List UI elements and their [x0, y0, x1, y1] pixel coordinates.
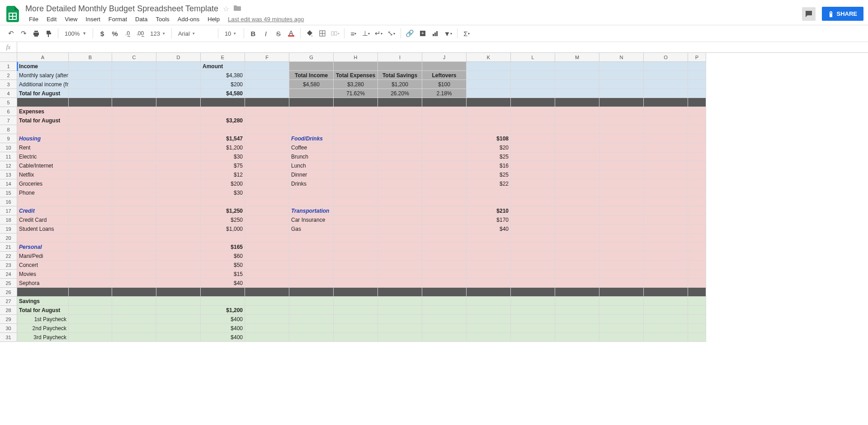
cell-E11[interactable]: $30 — [201, 152, 245, 161]
cell-L18[interactable] — [511, 215, 555, 224]
cell-F9[interactable] — [245, 134, 289, 143]
cell-M8[interactable] — [555, 125, 599, 134]
cell-F20[interactable] — [245, 234, 289, 243]
cell-P4[interactable] — [688, 89, 706, 98]
cell-K15[interactable] — [467, 188, 511, 197]
row-header-18[interactable]: 18 — [0, 215, 17, 224]
cell-H23[interactable] — [334, 261, 378, 270]
cell-B12[interactable] — [69, 161, 112, 170]
cell-J15[interactable] — [422, 188, 467, 197]
cell-A5[interactable] — [17, 98, 69, 107]
cell-F6[interactable] — [245, 107, 289, 116]
menu-format[interactable]: Format — [105, 14, 131, 24]
cell-O28[interactable] — [644, 306, 688, 315]
cell-F8[interactable] — [245, 125, 289, 134]
row-header-13[interactable]: 13 — [0, 170, 17, 179]
cell-H13[interactable] — [334, 170, 378, 179]
cell-G14[interactable]: Drinks — [289, 179, 334, 188]
cell-G28[interactable] — [289, 306, 334, 315]
row-header-30[interactable]: 30 — [0, 324, 17, 333]
cell-O8[interactable] — [644, 125, 688, 134]
last-edit-link[interactable]: Last edit was 49 minutes ago — [228, 16, 304, 23]
cell-E18[interactable]: $250 — [201, 215, 245, 224]
cell-H1[interactable] — [334, 62, 378, 71]
cell-D23[interactable] — [156, 261, 201, 270]
cell-A19[interactable]: Student Loans — [17, 224, 69, 234]
cell-B25[interactable] — [69, 279, 112, 288]
cell-B29[interactable] — [69, 315, 112, 324]
decrease-decimal-button[interactable]: .0̲ — [121, 27, 134, 40]
cell-D3[interactable] — [156, 80, 201, 89]
cell-D24[interactable] — [156, 270, 201, 279]
strikethrough-button[interactable]: S — [272, 27, 285, 40]
increase-decimal-button[interactable]: .00̲ — [134, 27, 146, 40]
cell-L1[interactable] — [511, 62, 555, 71]
cell-I29[interactable] — [378, 315, 422, 324]
cell-A29[interactable]: 1st Paycheck — [17, 315, 69, 324]
cell-C30[interactable] — [112, 324, 156, 333]
cell-G26[interactable] — [289, 288, 334, 297]
cell-H22[interactable] — [334, 252, 378, 261]
cell-E30[interactable]: $400 — [201, 324, 245, 333]
cell-K2[interactable] — [467, 71, 511, 80]
cell-C25[interactable] — [112, 279, 156, 288]
cell-B14[interactable] — [69, 179, 112, 188]
cell-H11[interactable] — [334, 152, 378, 161]
cell-E16[interactable] — [201, 197, 245, 206]
cell-I3[interactable]: $1,200 — [378, 80, 422, 89]
cell-N31[interactable] — [599, 333, 644, 342]
cell-F3[interactable] — [245, 80, 289, 89]
cell-C4[interactable] — [112, 89, 156, 98]
cell-I11[interactable] — [378, 152, 422, 161]
cell-A8[interactable] — [17, 125, 69, 134]
cell-A1[interactable]: Income — [17, 62, 69, 71]
cell-M3[interactable] — [555, 80, 599, 89]
cell-C10[interactable] — [112, 143, 156, 152]
cell-L19[interactable] — [511, 224, 555, 234]
cell-L14[interactable] — [511, 179, 555, 188]
cell-P3[interactable] — [688, 80, 706, 89]
cell-E28[interactable]: $1,200 — [201, 306, 245, 315]
cell-M10[interactable] — [555, 143, 599, 152]
cell-I28[interactable] — [378, 306, 422, 315]
cell-M21[interactable] — [555, 243, 599, 252]
cell-A16[interactable] — [17, 197, 69, 206]
cell-K22[interactable] — [467, 252, 511, 261]
cell-L2[interactable] — [511, 71, 555, 80]
cell-F14[interactable] — [245, 179, 289, 188]
cell-N11[interactable] — [599, 152, 644, 161]
cell-A18[interactable]: Credit Card — [17, 215, 69, 224]
cell-H16[interactable] — [334, 197, 378, 206]
cell-I25[interactable] — [378, 279, 422, 288]
cell-M16[interactable] — [555, 197, 599, 206]
cell-B8[interactable] — [69, 125, 112, 134]
cell-E3[interactable]: $200 — [201, 80, 245, 89]
cell-I4[interactable]: 26.20% — [378, 89, 422, 98]
row-header-26[interactable]: 26 — [0, 288, 17, 297]
row-header-25[interactable]: 25 — [0, 279, 17, 288]
cell-D13[interactable] — [156, 170, 201, 179]
bold-button[interactable]: B — [247, 27, 259, 40]
cell-M29[interactable] — [555, 315, 599, 324]
cell-H3[interactable]: $3,280 — [334, 80, 378, 89]
cell-C19[interactable] — [112, 224, 156, 234]
cell-N12[interactable] — [599, 161, 644, 170]
cell-P21[interactable] — [688, 243, 706, 252]
cell-O7[interactable] — [644, 116, 688, 125]
cell-N22[interactable] — [599, 252, 644, 261]
cell-N28[interactable] — [599, 306, 644, 315]
cell-D31[interactable] — [156, 333, 201, 342]
cell-E26[interactable] — [201, 288, 245, 297]
cell-O11[interactable] — [644, 152, 688, 161]
cell-N6[interactable] — [599, 107, 644, 116]
cell-D29[interactable] — [156, 315, 201, 324]
cell-J23[interactable] — [422, 261, 467, 270]
cell-E10[interactable]: $1,200 — [201, 143, 245, 152]
cell-O30[interactable] — [644, 324, 688, 333]
cell-O26[interactable] — [644, 288, 688, 297]
cell-P5[interactable] — [688, 98, 706, 107]
menu-insert[interactable]: Insert — [82, 14, 104, 24]
cell-J10[interactable] — [422, 143, 467, 152]
cell-E13[interactable]: $12 — [201, 170, 245, 179]
cell-B13[interactable] — [69, 170, 112, 179]
